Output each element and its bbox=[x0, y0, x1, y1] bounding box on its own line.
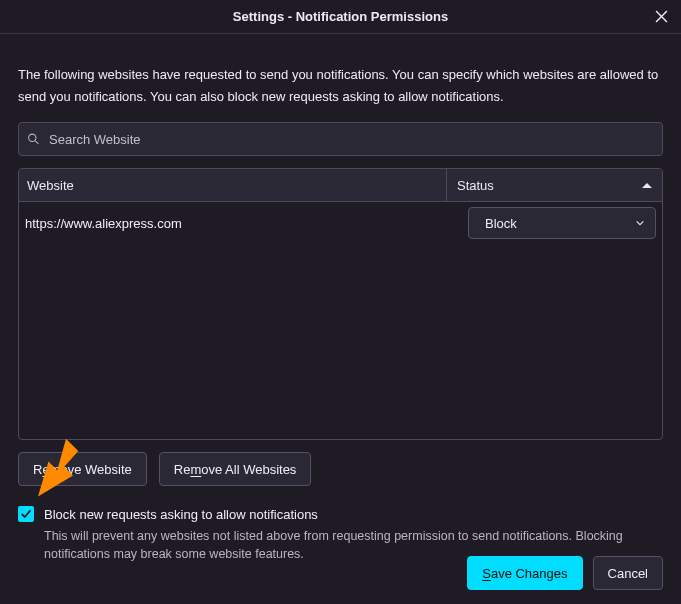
svg-line-3 bbox=[35, 141, 38, 144]
column-header-website[interactable]: Website bbox=[19, 169, 446, 201]
close-button[interactable] bbox=[647, 2, 675, 30]
settings-dialog: Settings - Notification Permissions The … bbox=[0, 0, 681, 604]
search-input[interactable] bbox=[18, 122, 663, 156]
remove-website-button[interactable]: Remove Website bbox=[18, 452, 147, 486]
column-header-status-label: Status bbox=[457, 178, 494, 193]
search-wrap bbox=[18, 122, 663, 156]
svg-point-2 bbox=[29, 134, 36, 141]
column-header-website-label: Website bbox=[27, 178, 74, 193]
block-new-requests-checkbox[interactable] bbox=[18, 506, 34, 522]
dialog-footer: Save Changes Cancel bbox=[0, 556, 681, 604]
search-icon bbox=[27, 133, 40, 146]
content-area: The following websites have requested to… bbox=[0, 34, 681, 440]
title-bar: Settings - Notification Permissions bbox=[0, 0, 681, 33]
status-select-value: Block bbox=[485, 216, 517, 231]
checkmark-icon bbox=[20, 508, 32, 520]
cancel-button[interactable]: Cancel bbox=[593, 556, 663, 590]
website-cell: https://www.aliexpress.com bbox=[25, 216, 468, 231]
table-row[interactable]: https://www.aliexpress.com Block bbox=[19, 202, 662, 244]
chevron-down-icon bbox=[635, 218, 645, 228]
table-header: Website Status bbox=[19, 169, 662, 202]
row-action-buttons: Remove Website Remove All Websites bbox=[0, 440, 681, 486]
status-select[interactable]: Block bbox=[468, 207, 656, 239]
save-changes-button[interactable]: Save Changes bbox=[467, 556, 582, 590]
column-header-status[interactable]: Status bbox=[446, 169, 662, 201]
block-new-requests-label[interactable]: Block new requests asking to allow notif… bbox=[44, 507, 318, 522]
description-text: The following websites have requested to… bbox=[18, 64, 663, 108]
status-cell: Block bbox=[468, 207, 656, 239]
block-new-requests-section: Block new requests asking to allow notif… bbox=[0, 486, 681, 563]
block-new-requests-row: Block new requests asking to allow notif… bbox=[18, 506, 663, 522]
remove-all-websites-button[interactable]: Remove All Websites bbox=[159, 452, 312, 486]
sort-ascending-icon bbox=[642, 183, 652, 188]
website-table: Website Status https://www.aliexpress.co… bbox=[18, 168, 663, 440]
window-title: Settings - Notification Permissions bbox=[233, 9, 448, 24]
close-icon bbox=[655, 10, 668, 23]
